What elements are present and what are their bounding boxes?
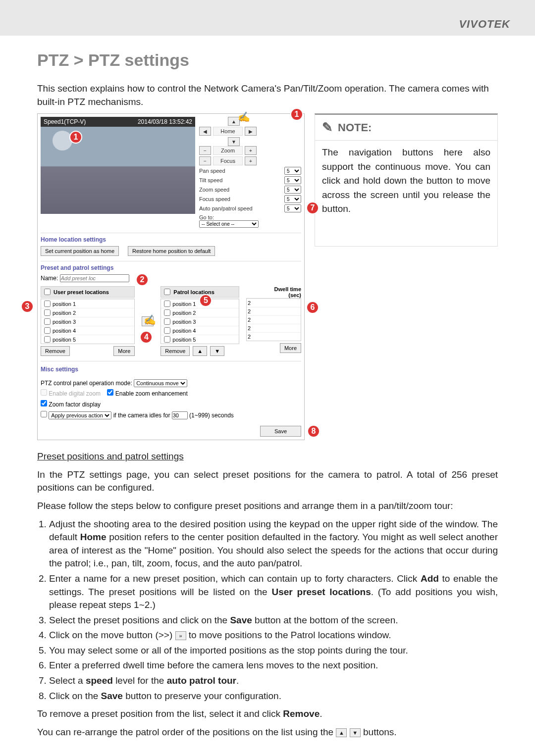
subheading: Preset positions and patrol settings <box>37 451 184 461</box>
tilt-speed-label: Tilt speed <box>199 177 222 183</box>
focus-speed-label: Focus speed <box>199 196 230 202</box>
callout-7: 7 <box>306 202 319 214</box>
apply-prev-select[interactable]: Apply previous action <box>49 411 111 419</box>
callout-6: 6 <box>306 301 319 314</box>
step-6: Enter a preferred dwell time before the … <box>49 659 498 672</box>
step-5: You may select some or all of the import… <box>49 644 498 657</box>
home-section-title: Home location settings <box>41 236 301 243</box>
restore-home-button[interactable]: Restore home position to default <box>128 246 215 256</box>
goto-select[interactable]: -- Select one -- <box>199 220 259 228</box>
tilt-speed-select[interactable]: 5 <box>284 176 301 184</box>
step-4: Click on the move button (>>) » to move … <box>49 629 498 642</box>
step-2: Enter a name for a new preset position, … <box>49 572 498 612</box>
focus-label: Focus <box>213 156 243 165</box>
user-col-head: User preset locations <box>54 289 109 295</box>
callout-4: 4 <box>140 331 153 344</box>
zoom-speed-label: Zoom speed <box>199 187 229 193</box>
callout-1b: 1 <box>290 108 303 121</box>
preset-name-input[interactable] <box>60 274 129 282</box>
paragraph: In the PTZ settings page, you can select… <box>37 468 498 495</box>
focus-in-button[interactable]: + <box>245 156 257 165</box>
idle-seconds-input[interactable] <box>172 411 188 419</box>
left-button[interactable]: ◀ <box>199 127 211 136</box>
preset-section-title: Preset and patrol settings <box>41 264 301 271</box>
more-dwell-button[interactable]: More <box>280 343 301 353</box>
dwell-head1: Dwell time <box>246 286 301 292</box>
dwell-head2: (sec) <box>246 292 301 298</box>
paragraph: You can re-arrange the patrol order of t… <box>37 726 498 739</box>
step-3: Select the preset positions and click on… <box>49 614 498 627</box>
move-icon: » <box>175 631 186 640</box>
note-icon: ✎ <box>322 120 333 135</box>
more-user-button[interactable]: More <box>113 346 135 356</box>
step-8: Click on the Save button to preserve you… <box>49 690 498 703</box>
callout-3: 3 <box>21 300 34 313</box>
callout-8: 8 <box>307 425 320 438</box>
note-body: The navigation buttons here also support… <box>315 141 497 246</box>
paragraph: To remove a preset position from the lis… <box>37 707 498 721</box>
cursor-icon-2: ✍ <box>144 314 156 326</box>
apply-prev-check[interactable] <box>41 411 47 417</box>
right-button[interactable]: ▶ <box>245 127 257 136</box>
mode-label: PTZ control panel operation mode: <box>41 380 132 387</box>
zoom-speed-select[interactable]: 5 <box>284 186 301 194</box>
cursor-icon: ✍ <box>238 111 250 123</box>
focus-speed-select[interactable]: 5 <box>284 195 301 203</box>
brand: VIVOTEK <box>459 18 510 31</box>
paragraph: Please follow the steps below to configu… <box>37 500 498 513</box>
enable-digital-check <box>41 389 47 396</box>
user-col-check[interactable] <box>44 289 51 295</box>
stream-label: Speed1(TCP-V) <box>44 118 86 125</box>
note-title: NOTE: <box>338 121 372 134</box>
patrol-down-button[interactable]: ▼ <box>210 346 224 356</box>
auto-speed-label: Auto pan/patrol speed <box>199 205 253 211</box>
callout-1: 1 <box>69 131 82 144</box>
step-7: Select a speed level for the auto patrol… <box>49 674 498 688</box>
callout-2: 2 <box>136 273 149 286</box>
user-preset-list[interactable]: position 1 position 2 position 3 positio… <box>41 299 135 344</box>
page-title: PTZ > PTZ settings <box>37 50 498 70</box>
hand-cursor-icon <box>53 131 72 151</box>
zoom-out-button[interactable]: − <box>199 146 211 155</box>
pan-speed-select[interactable]: 5 <box>284 167 301 175</box>
misc-section-title: Misc settings <box>41 364 301 375</box>
goto-label: Go to: <box>199 214 301 220</box>
enable-enhance-check[interactable] <box>107 389 113 396</box>
step-1: Adjust the shooting area to the desired … <box>49 518 498 570</box>
mode-select[interactable]: Continuous move <box>134 379 187 387</box>
patrol-up-button[interactable]: ▲ <box>193 346 207 356</box>
patrol-list[interactable]: position 1 position 2 position 3 positio… <box>160 299 239 344</box>
up-icon: ▲ <box>336 728 347 737</box>
down-icon: ▼ <box>350 728 361 737</box>
auto-speed-select[interactable]: 5 <box>284 204 301 212</box>
set-home-button[interactable]: Set current position as home <box>41 246 119 256</box>
zoom-label: Zoom <box>213 146 243 155</box>
remove-patrol-button[interactable]: Remove <box>160 346 190 356</box>
patrol-col-check[interactable] <box>164 289 170 295</box>
pan-speed-label: Pan speed <box>199 168 225 174</box>
name-label: Name: <box>41 275 58 282</box>
focus-out-button[interactable]: − <box>199 156 211 165</box>
zoom-factor-check[interactable] <box>41 400 47 406</box>
home-button[interactable]: Home <box>213 127 243 136</box>
intro-text: This section explains how to control the… <box>37 82 498 108</box>
save-button[interactable]: Save <box>260 426 301 437</box>
zoom-in-button[interactable]: + <box>245 146 257 155</box>
remove-user-button[interactable]: Remove <box>41 346 70 356</box>
timestamp: 2014/03/18 13:52:42 <box>138 118 192 125</box>
patrol-col-head: Patrol locations <box>173 289 214 295</box>
video-preview[interactable]: 1 <box>41 127 195 214</box>
down-button[interactable]: ▼ <box>228 137 240 146</box>
